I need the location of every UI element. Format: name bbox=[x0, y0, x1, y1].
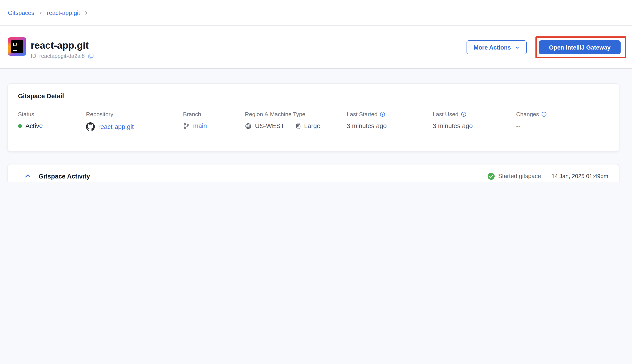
gitspace-id-text: ID: reactappgit-da2ai8 bbox=[31, 53, 85, 59]
title-block: react-app.git ID: reactappgit-da2ai8 bbox=[31, 40, 94, 59]
content-area: Gitspace Detail Status Active Repository bbox=[0, 69, 632, 182]
region-value: US-WEST bbox=[255, 122, 284, 129]
chevron-right-icon bbox=[38, 10, 43, 15]
activity-status-badge: Started gitspace 14 Jan, 2025 01:49pm bbox=[488, 172, 608, 180]
check-circle-icon bbox=[488, 172, 495, 180]
changes-value: -- bbox=[516, 122, 547, 129]
chevron-right-icon bbox=[84, 10, 89, 15]
github-icon bbox=[86, 122, 95, 131]
last-started-label: Last Started bbox=[347, 111, 378, 118]
breadcrumb-bar: Gitspaces react-app.git bbox=[0, 0, 632, 26]
detail-card-title: Gitspace Detail bbox=[18, 92, 64, 100]
machine-type-icon bbox=[295, 122, 301, 129]
changes-column: Changes -- bbox=[516, 111, 547, 131]
chevron-up-icon[interactable] bbox=[25, 173, 31, 179]
more-actions-button[interactable]: More Actions bbox=[467, 40, 527, 54]
info-icon[interactable] bbox=[461, 112, 466, 117]
repository-label: Repository bbox=[86, 111, 183, 118]
breadcrumb-link-gitspace-name[interactable]: react-app.git bbox=[47, 10, 80, 16]
activity-status-label: Started gitspace bbox=[498, 173, 541, 179]
repository-link[interactable]: react-app.git bbox=[98, 123, 134, 130]
branch-column: Branch main bbox=[183, 111, 245, 131]
machine-type-value: Large bbox=[304, 122, 321, 129]
activity-header: Gitspace Activity Started gitspace 14 Ja… bbox=[8, 164, 619, 182]
last-used-label: Last Used bbox=[433, 111, 458, 118]
gitspace-detail-card: Gitspace Detail Status Active Repository bbox=[8, 83, 619, 152]
intellij-logo-icon: IJ bbox=[8, 37, 26, 56]
status-column: Status Active bbox=[18, 111, 86, 131]
gitspace-detail-page: Gitspaces react-app.git IJ react-app.git… bbox=[0, 0, 632, 182]
activity-timestamp: 14 Jan, 2025 01:49pm bbox=[551, 173, 608, 179]
last-started-value: 3 minutes ago bbox=[347, 122, 433, 129]
status-active-dot bbox=[18, 124, 22, 128]
last-started-column: Last Started 3 minutes ago bbox=[347, 111, 433, 131]
branch-label: Branch bbox=[183, 111, 245, 118]
globe-icon bbox=[245, 122, 251, 129]
copy-icon[interactable] bbox=[88, 53, 94, 59]
page-header: IJ react-app.git ID: reactappgit-da2ai8 … bbox=[0, 26, 632, 69]
branch-link[interactable]: main bbox=[193, 122, 207, 129]
activity-title: Gitspace Activity bbox=[39, 172, 90, 180]
git-branch-icon bbox=[183, 122, 190, 129]
region-machine-label: Region & Machine Type bbox=[245, 111, 347, 118]
open-intellij-gateway-button[interactable]: Open IntelliJ Gateway bbox=[539, 40, 620, 54]
status-value: Active bbox=[26, 122, 43, 129]
repository-column: Repository react-app.git bbox=[86, 111, 183, 131]
breadcrumb-link-gitspaces[interactable]: Gitspaces bbox=[8, 10, 34, 16]
status-label: Status bbox=[18, 111, 86, 118]
changes-label: Changes bbox=[516, 111, 539, 118]
detail-grid: Status Active Repository react-app.git bbox=[18, 111, 547, 131]
breadcrumb: Gitspaces react-app.git bbox=[8, 10, 89, 16]
region-machine-column: Region & Machine Type US-WEST bbox=[245, 111, 347, 131]
info-icon[interactable] bbox=[380, 112, 385, 117]
page-title: react-app.git bbox=[31, 40, 94, 51]
gitspace-activity-card: Gitspace Activity Started gitspace 14 Ja… bbox=[8, 164, 619, 182]
last-used-column: Last Used 3 minutes ago bbox=[433, 111, 516, 131]
info-icon[interactable] bbox=[541, 112, 547, 117]
chevron-down-icon bbox=[515, 45, 520, 50]
last-used-value: 3 minutes ago bbox=[433, 122, 516, 129]
